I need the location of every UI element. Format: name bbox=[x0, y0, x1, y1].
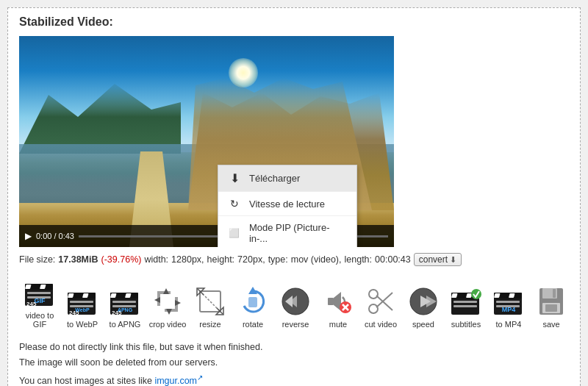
tool-reverse[interactable]: reverse bbox=[275, 282, 316, 331]
imgur-link[interactable]: imgur.com bbox=[154, 376, 197, 386]
file-size-change: (-39.76%) bbox=[101, 254, 142, 265]
length-value: 00:00:43 bbox=[375, 254, 411, 265]
context-menu: ⬇ Télécharger ↻ Vitesse de lecture ⬜ Mod… bbox=[218, 165, 357, 247]
speed-icon: ↻ bbox=[227, 198, 242, 210]
tool-to-webp[interactable]: 245 WebP to WebP bbox=[62, 282, 103, 331]
tool-resize[interactable]: resize bbox=[190, 282, 231, 331]
tool-label-cut-video: cut video bbox=[365, 320, 397, 329]
tool-icon-to-apng: 245 APNG bbox=[108, 285, 142, 318]
context-menu-item-download[interactable]: ⬇ Télécharger bbox=[218, 165, 356, 192]
tool-icon-to-mp4: MP4 bbox=[492, 285, 526, 318]
pip-icon: ⬜ bbox=[227, 228, 242, 238]
page-title: Stabilized Video: bbox=[19, 15, 569, 29]
svg-text:WebP: WebP bbox=[75, 307, 90, 312]
notice-line3: You can host images at sites like imgur.… bbox=[19, 371, 569, 387]
tool-label-video-to-gif: video toGIF bbox=[26, 311, 54, 329]
type-value: mov (video), bbox=[291, 254, 342, 265]
svg-rect-44 bbox=[328, 298, 334, 305]
tool-icon-video-to-gif: 245 GIF bbox=[23, 276, 57, 310]
tool-subtitles[interactable]: subtitles bbox=[445, 282, 487, 331]
play-button[interactable]: ▶ bbox=[25, 231, 32, 241]
tool-cut-video[interactable]: cut video bbox=[360, 282, 401, 331]
tool-crop-video[interactable]: crop video bbox=[147, 282, 188, 331]
file-info: File size: 17.38MiB (-39.76%) width: 128… bbox=[19, 253, 569, 266]
svg-text:APNG: APNG bbox=[118, 307, 133, 312]
tool-label-save: save bbox=[542, 320, 559, 329]
svg-point-49 bbox=[369, 304, 378, 313]
svg-rect-5 bbox=[27, 292, 51, 294]
context-menu-label-speed: Vitesse de lecture bbox=[249, 199, 325, 210]
tool-speed[interactable]: speed bbox=[403, 282, 444, 331]
svg-point-63 bbox=[471, 289, 481, 299]
tool-mute[interactable]: mute bbox=[318, 282, 359, 331]
tool-icon-save bbox=[534, 285, 568, 318]
tool-save[interactable]: save bbox=[531, 282, 572, 331]
tool-icon-reverse bbox=[279, 285, 312, 318]
tool-label-resize: resize bbox=[199, 320, 220, 329]
context-menu-item-speed[interactable]: ↻ Vitesse de lecture bbox=[218, 192, 356, 216]
main-container: Stabilized Video: ⬇ Télécharger ↻ Vitess… bbox=[7, 7, 581, 386]
external-link-icon: ↗ bbox=[197, 374, 203, 382]
svg-rect-74 bbox=[553, 289, 556, 298]
tool-label-to-webp: to WebP bbox=[67, 320, 98, 329]
tool-icon-cut-video bbox=[364, 285, 398, 318]
svg-rect-76 bbox=[545, 304, 557, 312]
tool-icon-mute bbox=[321, 285, 355, 318]
file-size-value: 17.38MiB bbox=[58, 254, 98, 265]
height-value: 720px, bbox=[237, 254, 265, 265]
tool-label-rotate: rotate bbox=[243, 320, 263, 329]
tool-label-to-mp4: to MP4 bbox=[496, 320, 522, 329]
tool-icon-to-webp: 245 WebP bbox=[65, 285, 99, 318]
svg-rect-62 bbox=[453, 305, 477, 307]
download-icon: ⬇ bbox=[227, 171, 242, 185]
tool-icon-rotate bbox=[236, 285, 270, 318]
tool-to-mp4[interactable]: MP4 to MP4 bbox=[488, 282, 529, 331]
type-label: type: bbox=[268, 254, 288, 265]
tool-label-speed: speed bbox=[412, 320, 434, 329]
tool-icon-resize bbox=[193, 285, 227, 318]
svg-text:MP4: MP4 bbox=[502, 306, 516, 313]
width-value: 1280px, bbox=[171, 254, 204, 265]
notice-line2: The image will soon be deleted from our … bbox=[19, 355, 569, 371]
svg-rect-61 bbox=[453, 301, 477, 303]
context-menu-label-pip: Mode PIP (Picture-in-... bbox=[249, 222, 348, 244]
tool-icon-subtitles bbox=[449, 285, 483, 318]
width-label: width: bbox=[144, 254, 168, 265]
video-wrapper: ⬇ Télécharger ↻ Vitesse de lecture ⬜ Mod… bbox=[19, 36, 394, 247]
convert-label: convert bbox=[419, 254, 448, 265]
svg-rect-40 bbox=[248, 297, 257, 307]
svg-point-50 bbox=[369, 290, 378, 299]
tool-rotate[interactable]: rotate bbox=[232, 282, 273, 331]
height-label: height: bbox=[207, 254, 235, 265]
time-display: 0:00 / 0:43 bbox=[36, 232, 74, 240]
svg-rect-14 bbox=[70, 301, 93, 303]
context-menu-item-pip[interactable]: ⬜ Mode PIP (Picture-in-... bbox=[218, 216, 356, 247]
tool-icon-crop-video bbox=[151, 285, 184, 318]
tool-video-to-gif[interactable]: 245 GIF video toGIF bbox=[19, 274, 60, 331]
context-menu-label-download: Télécharger bbox=[249, 173, 300, 184]
tool-icon-speed bbox=[406, 285, 440, 318]
file-size-label: File size: bbox=[19, 254, 55, 265]
toolbar: 245 GIF video toGIF 245 WebP bbox=[19, 274, 569, 331]
length-label: length: bbox=[345, 254, 373, 265]
notice: Please do not directly link this file, b… bbox=[19, 340, 569, 386]
tool-label-crop-video: crop video bbox=[149, 320, 187, 329]
notice-line1: Please do not directly link this file, b… bbox=[19, 340, 569, 355]
tool-label-to-apng: to APNG bbox=[110, 320, 141, 329]
tool-to-apng[interactable]: 245 APNG to APNG bbox=[104, 282, 146, 331]
video-thumbnail: ⬇ Télécharger ↻ Vitesse de lecture ⬜ Mod… bbox=[19, 36, 394, 247]
svg-line-52 bbox=[376, 296, 392, 310]
svg-text:GIF: GIF bbox=[35, 297, 46, 304]
svg-rect-23 bbox=[112, 301, 136, 303]
tool-label-subtitles: subtitles bbox=[451, 320, 481, 329]
convert-download-icon: ⬇ bbox=[450, 255, 456, 265]
tool-label-reverse: reverse bbox=[282, 320, 309, 329]
convert-button[interactable]: convert ⬇ bbox=[414, 253, 462, 266]
tool-label-mute: mute bbox=[329, 320, 347, 329]
svg-rect-69 bbox=[496, 301, 520, 303]
svg-line-51 bbox=[376, 293, 392, 307]
